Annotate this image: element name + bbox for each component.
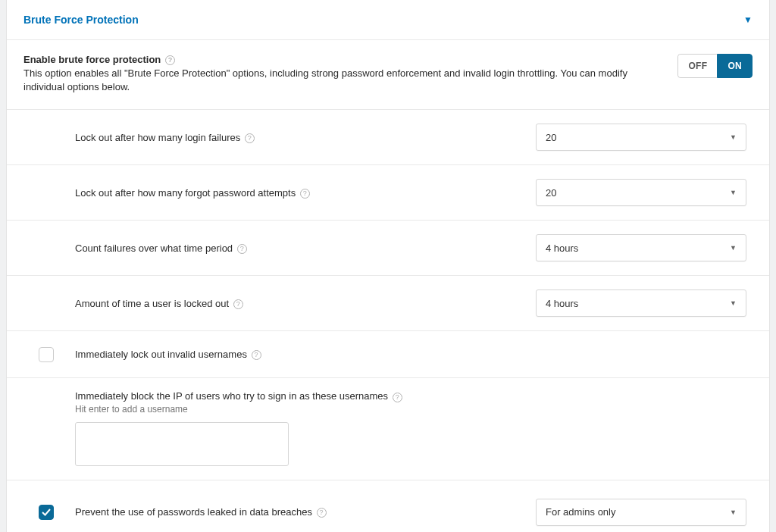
help-icon[interactable]: ? xyxy=(165,55,175,65)
enable-brute-force-row: Enable brute force protection ? This opt… xyxy=(7,40,769,110)
lockout-duration-label: Amount of time a user is locked out ? xyxy=(75,298,536,309)
chevron-down-icon: ▼ xyxy=(730,189,737,196)
chevron-down-icon: ▼ xyxy=(730,509,737,516)
invalid-usernames-checkbox[interactable] xyxy=(39,347,54,362)
enable-brute-force-label-text: Enable brute force protection xyxy=(23,54,161,65)
help-icon[interactable]: ? xyxy=(245,133,255,143)
panel-header[interactable]: Brute Force Protection ▼ xyxy=(7,0,769,40)
forgot-attempts-row: Lock out after how many forgot password … xyxy=(7,165,769,221)
forgot-attempts-value: 20 xyxy=(546,187,556,199)
enable-brute-force-desc: This option enables all "Brute Force Pro… xyxy=(23,67,662,94)
forgot-attempts-select[interactable]: 20 ▼ xyxy=(536,179,746,206)
help-icon[interactable]: ? xyxy=(233,299,243,309)
help-icon[interactable]: ? xyxy=(252,350,261,360)
time-period-label: Count failures over what time period ? xyxy=(75,243,536,254)
leaked-passwords-checkbox[interactable] xyxy=(39,505,54,520)
leaked-passwords-label: Prevent the use of passwords leaked in d… xyxy=(75,506,536,518)
enable-toggle: OFF ON xyxy=(677,54,753,78)
chevron-down-icon: ▼ xyxy=(730,133,737,141)
lockout-duration-row: Amount of time a user is locked out ? 4 … xyxy=(7,276,769,331)
login-failures-row: Lock out after how many login failures ?… xyxy=(7,110,769,165)
invalid-usernames-label: Immediately lock out invalid usernames ? xyxy=(75,349,536,360)
login-failures-select[interactable]: 20 ▼ xyxy=(536,124,746,151)
chevron-down-icon[interactable]: ▼ xyxy=(743,14,753,25)
check-icon xyxy=(42,508,51,517)
block-ip-usernames-input[interactable] xyxy=(75,422,289,466)
leaked-passwords-select[interactable]: For admins only ▼ xyxy=(536,499,746,526)
login-failures-value: 20 xyxy=(546,132,556,143)
leaked-passwords-value: For admins only xyxy=(546,506,615,518)
time-period-select[interactable]: 4 hours ▼ xyxy=(536,234,746,261)
brute-force-protection-panel: Brute Force Protection ▼ Enable brute fo… xyxy=(6,0,770,532)
block-ip-label: Immediately block the IP of users who tr… xyxy=(75,390,753,414)
enable-toggle-off[interactable]: OFF xyxy=(677,54,717,78)
help-icon[interactable]: ? xyxy=(393,393,402,402)
block-ip-label-text: Immediately block the IP of users who tr… xyxy=(75,390,388,402)
leaked-passwords-row: Prevent the use of passwords leaked in d… xyxy=(7,480,769,533)
lockout-duration-value: 4 hours xyxy=(546,298,578,309)
time-period-value: 4 hours xyxy=(546,243,578,254)
chevron-down-icon: ▼ xyxy=(730,299,737,307)
lockout-duration-select[interactable]: 4 hours ▼ xyxy=(536,289,746,317)
block-ip-row: Immediately block the IP of users who tr… xyxy=(7,378,769,480)
panel-title: Brute Force Protection xyxy=(23,14,139,26)
help-icon[interactable]: ? xyxy=(300,189,310,199)
lockout-duration-label-text: Amount of time a user is locked out xyxy=(75,298,229,309)
enable-brute-force-text: Enable brute force protection ? This opt… xyxy=(23,54,662,94)
enable-brute-force-label: Enable brute force protection ? xyxy=(23,54,662,65)
block-ip-hint: Hit enter to add a username xyxy=(75,404,753,415)
invalid-usernames-label-text: Immediately lock out invalid usernames xyxy=(75,349,247,360)
chevron-down-icon: ▼ xyxy=(730,244,737,252)
leaked-passwords-label-text: Prevent the use of passwords leaked in d… xyxy=(75,506,312,518)
time-period-label-text: Count failures over what time period xyxy=(75,243,233,254)
forgot-attempts-label: Lock out after how many forgot password … xyxy=(75,187,536,199)
time-period-row: Count failures over what time period ? 4… xyxy=(7,221,769,276)
help-icon[interactable]: ? xyxy=(237,244,247,254)
login-failures-label-text: Lock out after how many login failures xyxy=(75,132,240,143)
forgot-attempts-label-text: Lock out after how many forgot password … xyxy=(75,187,296,199)
login-failures-label: Lock out after how many login failures ? xyxy=(75,132,536,143)
invalid-usernames-row: Immediately lock out invalid usernames ? xyxy=(7,331,769,378)
help-icon[interactable]: ? xyxy=(317,508,327,518)
enable-toggle-on[interactable]: ON xyxy=(717,54,753,78)
